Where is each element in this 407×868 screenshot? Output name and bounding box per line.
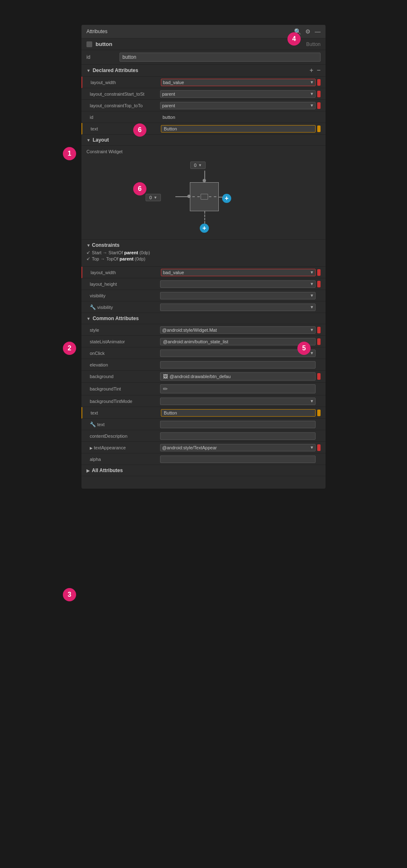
layout-triangle[interactable]: ▼ <box>86 138 91 142</box>
layout-width-select[interactable]: bad_value match_parent wrap_content <box>161 79 316 86</box>
text-input-declared[interactable] <box>161 125 316 133</box>
declared-attributes-header: ▼ Declared Attributes + − <box>81 65 326 77</box>
v-dashed-bottom <box>204 211 205 224</box>
visibility-indicator <box>317 292 321 299</box>
bg-tint-mode-wrapper: ▼ <box>160 398 316 405</box>
top-dot <box>203 179 206 182</box>
alpha-indicator <box>317 456 321 463</box>
background-indicator <box>317 373 321 380</box>
all-attributes-label: All Attributes <box>92 468 123 473</box>
constraint-start-icon: ↙ <box>86 250 90 255</box>
wrench-icon-2: 🔧 <box>90 422 96 427</box>
background-label: background <box>90 374 160 379</box>
layout-fields: layout_width bad_value match_parent wrap… <box>81 267 326 313</box>
spring-left <box>192 196 200 197</box>
wrench-visibility-select[interactable] <box>160 304 316 311</box>
content-desc-input[interactable] <box>160 432 316 440</box>
text-label-common: text <box>91 410 161 415</box>
state-list-indicator <box>317 338 321 345</box>
constraint-indicator <box>317 91 321 97</box>
attr-label-constraint-start: layout_constraintStart_toSt <box>90 92 160 96</box>
remove-attribute-button[interactable]: − <box>317 67 321 74</box>
elevation-input[interactable] <box>160 361 316 369</box>
text-input-common[interactable] <box>161 409 316 417</box>
top-dropdown-arrow[interactable]: ▼ <box>198 163 202 167</box>
right-plus-button[interactable]: + <box>222 194 231 203</box>
minimize-icon[interactable]: — <box>315 28 321 35</box>
common-attr-elevation: elevation <box>81 359 326 371</box>
constraint-start-text: Start → StartOf parent (0dp) <box>92 250 150 255</box>
elevation-indicator <box>317 362 321 368</box>
id-input[interactable] <box>120 53 321 62</box>
wrench-visibility-wrapper: ▼ <box>160 304 316 311</box>
layout-height-select[interactable] <box>160 280 316 288</box>
common-triangle[interactable]: ▼ <box>86 316 91 321</box>
visibility-select[interactable] <box>160 292 316 299</box>
error-indicator <box>317 79 321 86</box>
common-attr-bg-tint: backgroundTint ✏ <box>81 383 326 395</box>
bottom-plus-button[interactable]: + <box>200 224 209 233</box>
layout-field-width: layout_width bad_value match_parent wrap… <box>81 267 326 278</box>
common-attr-text-wrench: 🔧 text <box>81 419 326 430</box>
badge-4: 4 <box>287 32 301 46</box>
colorpicker-icon: ✏ <box>163 386 168 392</box>
attr-row-layout-width-declared: layout_width bad_value match_parent wrap… <box>81 77 326 88</box>
add-attribute-button[interactable]: + <box>309 67 313 74</box>
text-appearance-label: ▶ textAppearance <box>90 445 160 450</box>
state-list-input[interactable] <box>160 338 316 345</box>
layout-width-label: layout_width <box>91 270 161 275</box>
widget-name: button <box>96 41 306 47</box>
constraint-top-item: ↙ Top → TopOf parent (0dp) <box>86 256 321 261</box>
declared-attributes-label: Declared Attributes <box>93 68 138 73</box>
layout-width-field-select[interactable]: bad_value match_parent wrap_content <box>161 269 316 276</box>
text-wrench-input[interactable] <box>160 421 316 428</box>
bg-tint-mode-select[interactable] <box>160 398 316 405</box>
layout-height-wrapper: ▼ <box>160 280 316 288</box>
text-appearance-select[interactable]: @android:style/TextAppear <box>160 444 316 451</box>
gear-icon[interactable]: ⚙ <box>305 28 311 35</box>
bottom-spacer <box>81 476 326 489</box>
common-attr-bg-tint-mode: backgroundTintMode ▼ <box>81 395 326 407</box>
layout-width-field-wrapper: bad_value match_parent wrap_content ▼ <box>161 269 316 276</box>
common-attr-onclick: onClick ▼ <box>81 347 326 359</box>
attr-row-constraint-start: layout_constraintStart_toSt parent ▼ <box>81 88 326 100</box>
badge-1: 1 <box>63 147 76 160</box>
badge-6a: 6 <box>133 123 146 137</box>
constraint-start-select[interactable]: parent <box>160 90 316 98</box>
bg-tint-label: backgroundTint <box>90 386 160 391</box>
wrench-visibility-label: 🔧 visibility <box>90 304 160 310</box>
all-attributes-header[interactable]: ▶ All Attributes <box>81 465 326 476</box>
attr-label-text: text <box>91 126 161 131</box>
all-triangle[interactable]: ▶ <box>86 468 90 473</box>
badge-3: 3 <box>63 588 76 601</box>
background-value: @android:drawable/btn_defau <box>170 374 313 379</box>
onclick-label: onClick <box>90 351 160 356</box>
layout-field-visibility: visibility ▼ <box>81 290 326 301</box>
spring-right <box>209 196 216 197</box>
panel-title: Attributes <box>86 29 108 34</box>
elevation-label: elevation <box>90 362 160 367</box>
style-select[interactable]: @android:style/Widget.Mat <box>160 326 316 334</box>
bg-tint-mode-label: backgroundTintMode <box>90 399 160 404</box>
style-wrapper: @android:style/Widget.Mat ▼ <box>160 326 316 334</box>
constraint-top-select[interactable]: parent <box>160 102 316 109</box>
layout-width-error-indicator <box>317 269 321 276</box>
constraints-section: ▼ Constraints ↙ Start → StartOf parent (… <box>81 240 326 267</box>
left-dropdown-arrow[interactable]: ▼ <box>153 195 157 200</box>
layout-section-label: Layout <box>93 137 109 143</box>
collapse-triangle[interactable]: ▼ <box>86 68 91 73</box>
alpha-input[interactable] <box>160 456 316 463</box>
widget-icon <box>86 41 92 47</box>
text-wrench-label: 🔧 text <box>90 422 160 427</box>
constraint-top-select-wrapper: parent ▼ <box>160 102 316 109</box>
text-wrench-indicator <box>317 421 321 428</box>
bg-tint-field[interactable]: ✏ <box>160 384 316 393</box>
wrench-visibility-indicator <box>317 304 321 311</box>
bg-tint-indicator <box>317 386 321 392</box>
left-value: 0 <box>149 195 152 200</box>
id-row: id <box>81 50 326 65</box>
onclick-wrapper: ▼ <box>160 350 316 357</box>
onclick-indicator <box>317 350 321 357</box>
badge-2: 2 <box>63 342 76 355</box>
onclick-select[interactable] <box>160 350 316 357</box>
